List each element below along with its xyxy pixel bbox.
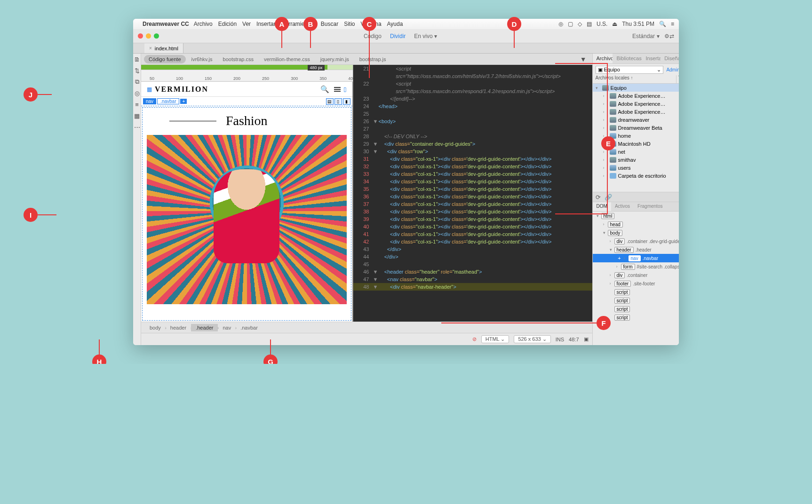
- wifi-icon[interactable]: ◇: [578, 21, 582, 27]
- link-icon[interactable]: 🔗: [605, 194, 612, 201]
- filter-icon[interactable]: ▼: [580, 55, 589, 63]
- workspace-selector[interactable]: Estándar ▾: [632, 33, 660, 39]
- cloud-icon[interactable]: ◎: [558, 21, 563, 27]
- view-split[interactable]: Dividir: [390, 33, 406, 39]
- eject-icon[interactable]: ⏏: [612, 21, 617, 27]
- dom-row[interactable]: ›footer.site-footer: [593, 279, 679, 288]
- callout-b: B: [303, 17, 318, 31]
- preview-icon[interactable]: ▣: [584, 336, 589, 342]
- flag-icon[interactable]: ▤: [587, 21, 592, 27]
- bc-item[interactable]: .header: [191, 324, 218, 331]
- menu-ver[interactable]: Ver: [242, 21, 251, 27]
- display-opt[interactable]: ▯: [334, 98, 342, 105]
- tab-insertar[interactable]: Insertar: [642, 54, 661, 63]
- callout-a: A: [275, 17, 289, 31]
- dom-row[interactable]: +›nav.navbar: [593, 254, 679, 262]
- zoom-button[interactable]: [154, 33, 159, 39]
- media-query-bar[interactable]: 480 px: [141, 65, 353, 70]
- rel-file[interactable]: bootstrap.css: [218, 55, 258, 63]
- layout-icon[interactable]: ▦: [133, 112, 141, 119]
- selected-tag[interactable]: nav: [143, 98, 156, 104]
- tree-row[interactable]: ›Dreamweaver Beta: [593, 124, 679, 132]
- rel-file[interactable]: bootstrap.js: [355, 55, 391, 63]
- tab-activos[interactable]: Activos: [611, 202, 634, 211]
- close-icon[interactable]: ×: [149, 46, 152, 51]
- live-view[interactable]: ▦ VERMILION 🔍 ▯ nav .navbar + ▤: [141, 82, 353, 322]
- tab-bibliotecas[interactable]: Bibliotecas CC: [613, 54, 642, 63]
- tab-css[interactable]: Diseñador de CSS: [661, 54, 679, 63]
- tree-row[interactable]: ›Carpeta de escritorio: [593, 172, 679, 180]
- outline-icon[interactable]: ▯: [343, 86, 347, 93]
- inspect-icon[interactable]: ⧉: [133, 78, 141, 86]
- settings-icon[interactable]: ⚙⇄: [664, 33, 674, 39]
- dom-row[interactable]: script: [593, 296, 679, 305]
- tree-row[interactable]: ›smithav: [593, 156, 679, 164]
- tree-row[interactable]: ›dreamweaver: [593, 116, 679, 124]
- tree-row[interactable]: ›users: [593, 164, 679, 172]
- error-icon[interactable]: ⊘: [472, 336, 477, 342]
- close-button[interactable]: [138, 33, 143, 39]
- selected-class[interactable]: .navbar: [157, 98, 179, 104]
- right-panel-group: Archivos Bibliotecas CC Insertar Diseñad…: [592, 54, 679, 345]
- site-selector[interactable]: ▣ Equipo⌄: [596, 66, 664, 74]
- grid-icon[interactable]: ▦: [147, 86, 152, 93]
- live-content[interactable]: Fashion: [142, 107, 351, 321]
- dom-row[interactable]: ›form#site-search .collapse .site-sea: [593, 262, 679, 271]
- rel-file[interactable]: jquery.min.js: [316, 55, 354, 63]
- minimize-button[interactable]: [146, 33, 151, 39]
- callout-g: G: [263, 354, 278, 364]
- app-name: Dreamweaver CC: [143, 21, 189, 27]
- tab-archivos[interactable]: Archivos: [593, 54, 613, 63]
- bc-item[interactable]: .navbar: [236, 324, 263, 331]
- size-selector[interactable]: 526 x 633 ⌄: [514, 335, 550, 343]
- dom-row[interactable]: script: [593, 305, 679, 313]
- list-icon[interactable]: ≡: [671, 21, 674, 27]
- menu-insertar[interactable]: Insertar: [256, 21, 276, 27]
- tab-dom[interactable]: DOM: [593, 202, 611, 211]
- more-icon[interactable]: ⋯: [133, 123, 141, 131]
- tree-row[interactable]: ›Adobe Experience…: [593, 100, 679, 108]
- search-icon[interactable]: 🔍: [320, 85, 329, 94]
- rel-file[interactable]: vermilion-theme.css: [259, 55, 315, 63]
- target-icon[interactable]: ◎: [133, 89, 141, 97]
- tab-fragmentos[interactable]: Fragmentos: [634, 202, 666, 211]
- code-view[interactable]: 21 <script src="https://oss.maxcdn.com/h…: [353, 65, 592, 322]
- sync-icon[interactable]: ⟳: [596, 194, 601, 201]
- bc-item[interactable]: nav: [218, 324, 236, 331]
- dom-row[interactable]: ▾body: [593, 228, 679, 237]
- add-class-button[interactable]: +: [180, 99, 187, 104]
- menu-ayuda[interactable]: Ayuda: [387, 21, 403, 27]
- dom-row[interactable]: ›head: [593, 220, 679, 228]
- rel-file[interactable]: ivr6hkv.js: [187, 55, 217, 63]
- screen-icon[interactable]: ▢: [568, 21, 573, 27]
- menu-archivo[interactable]: Archivo: [194, 21, 213, 27]
- dom-row[interactable]: ▾html: [593, 212, 679, 220]
- file-icon[interactable]: 🗎: [133, 55, 141, 63]
- lang-selector[interactable]: HTML ⌄: [481, 335, 509, 343]
- tree-row[interactable]: ›Adobe Experience…: [593, 108, 679, 116]
- tree-row[interactable]: ▾Equipo: [593, 84, 679, 92]
- hamburger-icon[interactable]: [334, 87, 341, 92]
- display-opt[interactable]: ▮: [343, 98, 350, 105]
- display-opt[interactable]: ▤: [326, 98, 334, 105]
- rel-source[interactable]: Código fuente: [144, 55, 186, 63]
- dom-row[interactable]: script: [593, 288, 679, 296]
- menu-sitio[interactable]: Sitio: [344, 21, 355, 27]
- file-tab[interactable]: × index.html: [144, 43, 183, 53]
- manage-sites-link[interactable]: Administrar sitios: [666, 67, 679, 72]
- menu-edicion[interactable]: Edición: [218, 21, 237, 27]
- menu-buscar[interactable]: Buscar: [321, 21, 338, 27]
- view-live[interactable]: En vivo ▾: [414, 33, 437, 39]
- dom-row[interactable]: ›div.container: [593, 271, 679, 279]
- expand-icon[interactable]: ≡: [133, 101, 141, 108]
- dom-row[interactable]: ›div.container .dev-grid-guides: [593, 237, 679, 245]
- callout-line: [310, 31, 311, 48]
- bc-item[interactable]: header: [166, 324, 191, 331]
- dom-row[interactable]: ▾header.header: [593, 245, 679, 254]
- bc-item[interactable]: body: [145, 324, 166, 331]
- view-code[interactable]: Código: [364, 33, 382, 39]
- spotlight-icon[interactable]: 🔍: [659, 21, 666, 27]
- input-source[interactable]: U.S.: [597, 21, 607, 27]
- manage-icon[interactable]: ⇅: [133, 67, 141, 74]
- tree-row[interactable]: ›Adobe Experience…: [593, 92, 679, 100]
